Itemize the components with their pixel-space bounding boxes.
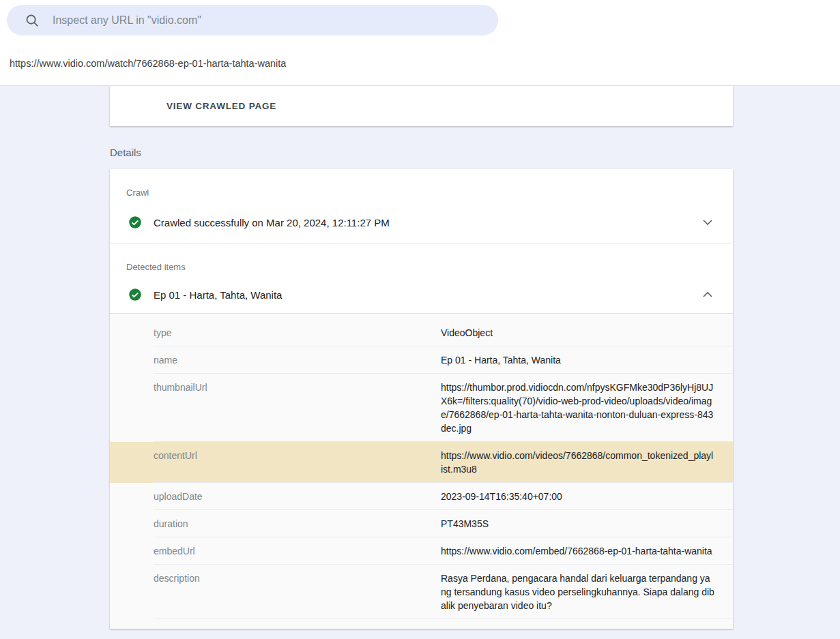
structured-data-table: type VideoObject name Ep 01 - Harta, Tah… xyxy=(110,313,733,629)
details-heading: Details xyxy=(110,147,840,158)
table-row-duration[interactable]: duration PT43M35S xyxy=(110,510,733,537)
crawl-status-row[interactable]: Crawled successfully on Mar 20, 2024, 12… xyxy=(110,202,733,243)
table-row-description[interactable]: description Rasya Perdana, pengacara han… xyxy=(110,565,733,619)
property-value: 2023-09-14T16:35:40+07:00 xyxy=(441,490,715,503)
crawl-status-text: Crawled successfully on Mar 20, 2024, 12… xyxy=(154,217,703,228)
search-input[interactable] xyxy=(53,14,486,27)
table-row-contenturl[interactable]: contentUrl https://www.vidio.com/videos/… xyxy=(110,442,733,483)
search-icon xyxy=(25,13,40,28)
details-card: Crawl Crawled successfully on Mar 20, 20… xyxy=(110,169,733,629)
property-value: https://thumbor.prod.vidiocdn.com/nfpysK… xyxy=(441,381,715,435)
chevron-down-icon[interactable] xyxy=(703,217,712,228)
chevron-up-icon[interactable] xyxy=(703,289,712,300)
view-crawled-page-button[interactable]: VIEW CRAWLED PAGE xyxy=(166,101,276,111)
property-key: contentUrl xyxy=(154,449,441,476)
index-status-card: VIEW CRAWLED PAGE xyxy=(110,86,733,126)
property-key: type xyxy=(154,326,441,340)
page-content: VIEW CRAWLED PAGE Details Crawl Crawled … xyxy=(0,86,840,629)
inspected-url: https://www.vidio.com/watch/7662868-ep-0… xyxy=(10,58,286,69)
property-value: Rasya Perdana, pengacara handal dari kel… xyxy=(441,571,715,612)
property-key: name xyxy=(154,353,441,367)
property-key: description xyxy=(154,571,441,612)
table-row-embedurl[interactable]: embedUrl https://www.vidio.com/embed/766… xyxy=(110,537,733,565)
detected-item-row[interactable]: Ep 01 - Harta, Tahta, Wanita xyxy=(110,276,733,313)
table-row-name[interactable]: name Ep 01 - Harta, Tahta, Wanita xyxy=(110,346,733,374)
table-row-thumbnailurl[interactable]: thumbnailUrl https://thumbor.prod.vidioc… xyxy=(110,374,733,442)
property-value: https://www.vidio.com/embed/7662868-ep-0… xyxy=(441,544,715,558)
table-row-uploaddate[interactable]: uploadDate 2023-09-14T16:35:40+07:00 xyxy=(110,483,733,510)
property-value: PT43M35S xyxy=(441,517,715,531)
check-circle-icon xyxy=(128,288,142,301)
detected-item-title: Ep 01 - Harta, Tahta, Wanita xyxy=(154,289,703,301)
property-value: https://www.vidio.com/videos/7662868/com… xyxy=(441,449,715,476)
property-key: uploadDate xyxy=(154,490,441,503)
crawl-section-label: Crawl xyxy=(110,169,733,198)
table-row-type[interactable]: type VideoObject xyxy=(110,314,733,346)
property-value: Ep 01 - Harta, Tahta, Wanita xyxy=(441,353,715,367)
detected-items-section-label: Detected items xyxy=(110,243,733,272)
property-key: duration xyxy=(154,517,441,531)
property-key: thumbnailUrl xyxy=(154,381,441,435)
check-circle-icon xyxy=(128,216,142,229)
header: https://www.vidio.com/watch/7662868-ep-0… xyxy=(0,0,840,86)
property-key: embedUrl xyxy=(154,544,441,558)
property-value: VideoObject xyxy=(441,326,715,340)
url-inspection-search-bar[interactable] xyxy=(7,5,498,35)
